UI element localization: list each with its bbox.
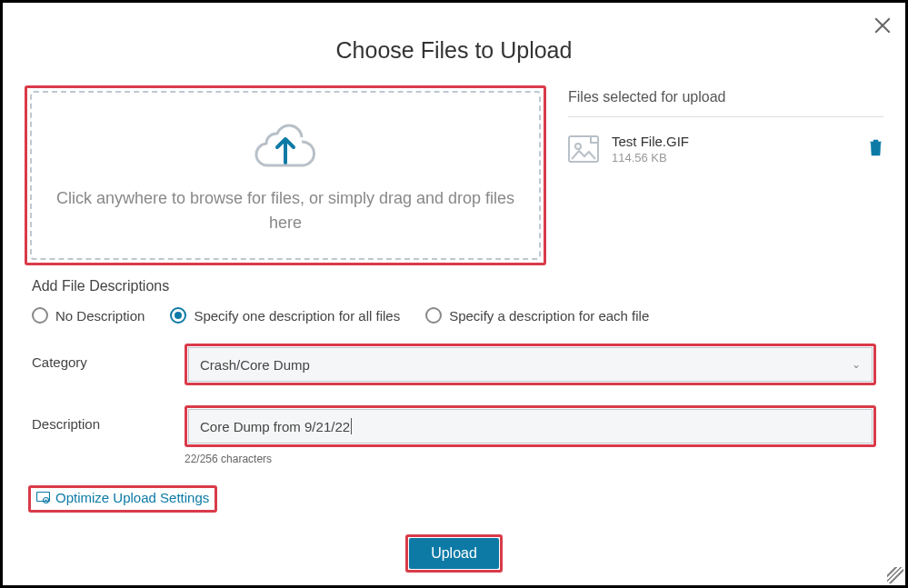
file-name: Test File.GIF xyxy=(612,134,855,149)
dialog-title: Choose Files to Upload xyxy=(3,37,905,64)
settings-icon xyxy=(36,492,50,504)
dropzone-text: Click anywhere to browse for files, or s… xyxy=(50,186,521,235)
category-select[interactable]: Crash/Core Dump ⌄ xyxy=(188,347,873,382)
radio-one-description[interactable]: Specify one description for all files xyxy=(170,307,400,324)
file-dropzone[interactable]: Click anywhere to browse for files, or s… xyxy=(30,91,541,260)
description-value: Core Dump from 9/21/22 xyxy=(200,419,350,434)
image-file-icon xyxy=(568,135,599,163)
category-value: Crash/Core Dump xyxy=(200,357,310,373)
file-size: 114.56 KB xyxy=(612,151,855,164)
radio-no-description[interactable]: No Description xyxy=(32,307,145,324)
radio-each-description[interactable]: Specify a description for each file xyxy=(425,307,649,324)
radio-label: Specify one description for all files xyxy=(194,308,400,324)
category-label: Category xyxy=(32,344,185,370)
dropzone-highlight: Click anywhere to browse for files, or s… xyxy=(25,85,546,265)
chevron-down-icon: ⌄ xyxy=(852,358,861,371)
description-highlight: Core Dump from 9/21/22 xyxy=(185,405,876,447)
delete-file-icon[interactable] xyxy=(868,138,883,160)
category-highlight: Crash/Core Dump ⌄ xyxy=(185,344,876,385)
files-selected-heading: Files selected for upload xyxy=(568,89,883,117)
file-row: Test File.GIF 114.56 KB xyxy=(568,117,883,164)
radio-label: Specify a description for each file xyxy=(449,308,649,324)
description-input[interactable]: Core Dump from 9/21/22 xyxy=(188,409,873,443)
svg-point-1 xyxy=(575,144,581,149)
optimize-upload-settings-button[interactable]: Optimize Upload Settings xyxy=(36,490,209,505)
upload-cloud-icon xyxy=(252,115,319,170)
optimize-label: Optimize Upload Settings xyxy=(55,490,209,505)
close-icon[interactable] xyxy=(873,15,893,35)
upload-button[interactable]: Upload xyxy=(409,538,499,569)
svg-point-4 xyxy=(45,499,47,501)
resize-grip-icon[interactable] xyxy=(887,567,903,583)
description-counter: 22/256 characters xyxy=(185,453,876,465)
descriptions-label: Add File Descriptions xyxy=(32,278,876,294)
text-cursor xyxy=(351,418,352,434)
description-label: Description xyxy=(32,405,185,432)
upload-highlight: Upload xyxy=(405,534,503,573)
optimize-highlight: Optimize Upload Settings xyxy=(28,485,217,513)
radio-label: No Description xyxy=(55,308,145,324)
